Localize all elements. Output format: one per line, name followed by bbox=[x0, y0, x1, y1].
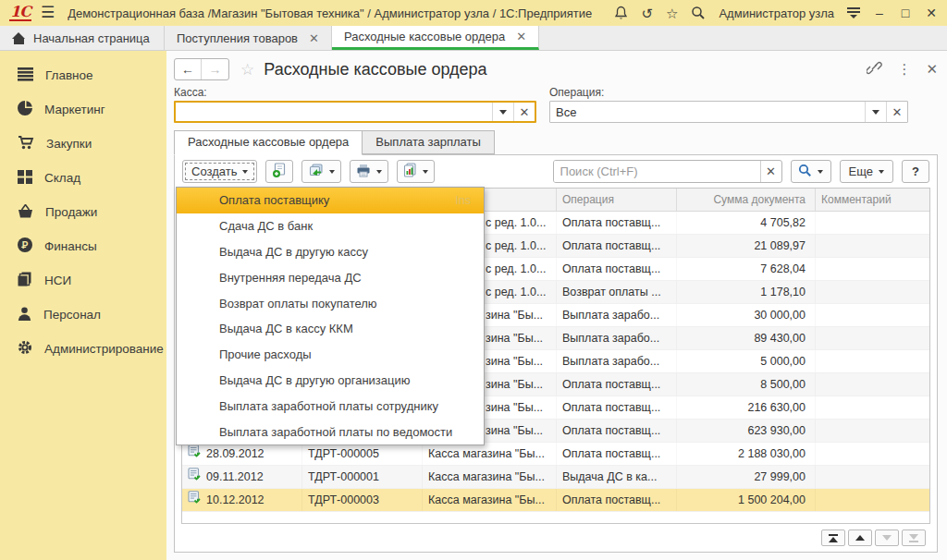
link-icon[interactable] bbox=[867, 61, 882, 78]
amount-cell: 216 630,00 bbox=[677, 396, 816, 419]
print-button[interactable] bbox=[350, 160, 388, 183]
close-tab-icon[interactable]: ✕ bbox=[309, 31, 319, 45]
table-row[interactable]: 09.11.2012ТДРТ-000001Касса магазина "Бы.… bbox=[182, 466, 929, 489]
menu-item[interactable]: Выдача ДС в другую организацию bbox=[177, 368, 484, 394]
menu-item[interactable]: Выплата заработной платы по ведомости bbox=[177, 419, 484, 444]
tab-postupleniya-tovarov[interactable]: Поступления товаров ✕ bbox=[165, 26, 332, 50]
comment-cell bbox=[816, 373, 929, 396]
tab-vyplata-zarplaty[interactable]: Выплата зарплаты bbox=[363, 130, 495, 154]
go-previous-button[interactable] bbox=[848, 530, 872, 546]
operation-cell: Оплата поставщ... bbox=[557, 396, 677, 419]
sidebar-item-personal[interactable]: Персонал bbox=[0, 298, 166, 332]
menu-item[interactable]: Выдача ДС в другую кассу bbox=[177, 239, 484, 265]
operation-label: Операция: bbox=[549, 86, 908, 99]
document-number-cell: ТДРТ-000005 bbox=[302, 443, 423, 465]
amount-cell: 89 430,00 bbox=[677, 327, 816, 349]
menu-item[interactable]: Выдача ДС в кассу ККМ bbox=[177, 316, 484, 342]
sidebar-item-prodazhi[interactable]: Продажи bbox=[0, 195, 166, 229]
kassa-input[interactable] bbox=[176, 103, 492, 121]
back-button[interactable]: ← bbox=[175, 59, 202, 79]
sidebar-item-marketing[interactable]: Маркетинг bbox=[0, 92, 166, 127]
report-button[interactable] bbox=[397, 160, 435, 183]
more-actions-icon[interactable]: ⋮ bbox=[897, 61, 911, 78]
menu-lines-icon bbox=[18, 67, 33, 84]
kassa-label: Касса: bbox=[174, 86, 536, 99]
current-user-label[interactable]: Администратор узла bbox=[719, 6, 834, 20]
menu-item[interactable]: Сдача ДС в банк bbox=[177, 213, 484, 239]
tab-rashodnye-kassovye-ordera[interactable]: Расходные кассовые ордера ✕ bbox=[332, 26, 539, 50]
operation-cell: Возврат оплаты ... bbox=[557, 281, 677, 303]
table-footer bbox=[175, 524, 937, 552]
column-header-amount[interactable]: Сумма документа bbox=[677, 189, 816, 211]
load-group-button[interactable] bbox=[301, 160, 341, 183]
sidebar-item-administrirovanie[interactable]: Администрирование bbox=[0, 332, 166, 366]
sidebar-item-glavnoe[interactable]: Главное bbox=[0, 58, 166, 92]
pie-chart-icon bbox=[18, 101, 32, 118]
menu-item[interactable]: Выплата заработной платы сотруднику bbox=[177, 393, 484, 419]
comment-cell bbox=[816, 420, 929, 442]
kassa-dropdown-icon[interactable] bbox=[492, 103, 513, 121]
form-header: ← → ☆ Расходные кассовые ордера ⋮ ✕ bbox=[174, 58, 938, 80]
basket-icon bbox=[18, 204, 33, 221]
favorite-star-icon[interactable]: ☆ bbox=[240, 60, 254, 79]
help-button[interactable]: ? bbox=[902, 160, 929, 183]
minimize-button[interactable]: – bbox=[873, 6, 886, 20]
grid-icon bbox=[18, 170, 32, 187]
sidebar-item-nsi[interactable]: НСИ bbox=[0, 263, 166, 298]
close-tab-icon[interactable]: ✕ bbox=[516, 30, 526, 43]
document-number-cell: ТДРТ-000003 bbox=[302, 489, 423, 511]
kassa-clear-icon[interactable]: ✕ bbox=[513, 103, 535, 121]
comment-cell bbox=[816, 281, 929, 303]
cart-icon bbox=[18, 136, 34, 152]
favorites-star-icon[interactable]: ☆ bbox=[666, 6, 678, 20]
documents-arrow-icon bbox=[308, 164, 324, 180]
main-menu-icon[interactable]: ☰ bbox=[41, 0, 55, 26]
operation-cell: Оплата поставщ... bbox=[557, 235, 677, 257]
operation-dropdown-icon[interactable] bbox=[865, 102, 886, 122]
operation-input[interactable] bbox=[550, 102, 865, 122]
close-window-button[interactable]: ✕ bbox=[925, 6, 938, 20]
notifications-bell-icon[interactable] bbox=[614, 6, 628, 20]
amount-cell: 30 000,00 bbox=[677, 304, 816, 326]
go-next-button[interactable] bbox=[875, 530, 899, 546]
search-input[interactable] bbox=[554, 161, 760, 182]
menu-item[interactable]: Оплата поставщикуIns bbox=[177, 188, 484, 213]
comment-cell bbox=[816, 466, 929, 488]
create-copy-button[interactable] bbox=[265, 160, 293, 183]
more-button[interactable]: Еще bbox=[840, 160, 893, 183]
search-settings-button[interactable] bbox=[791, 160, 831, 183]
operation-cell: Выплата зарабо... bbox=[557, 327, 677, 349]
maximize-button[interactable]: □ bbox=[899, 6, 912, 20]
sidebar-item-sklad[interactable]: Склад bbox=[0, 161, 166, 195]
menu-item[interactable]: Внутренняя передача ДС bbox=[177, 264, 484, 290]
service-menu-icon[interactable] bbox=[847, 7, 860, 18]
history-icon[interactable]: ↺ bbox=[641, 6, 653, 20]
forward-button[interactable]: → bbox=[202, 59, 228, 79]
gear-icon bbox=[18, 340, 32, 358]
comment-cell bbox=[816, 235, 929, 257]
global-search-icon[interactable] bbox=[691, 6, 706, 20]
column-header-comment[interactable]: Комментарий bbox=[816, 189, 929, 211]
comment-cell bbox=[816, 327, 929, 349]
close-form-icon[interactable]: ✕ bbox=[926, 61, 938, 78]
list-toolbar: Создать bbox=[175, 155, 937, 188]
operation-cell: Оплата поставщ... bbox=[557, 489, 677, 511]
menu-item[interactable]: Прочие расходы bbox=[177, 342, 484, 368]
posted-document-icon bbox=[188, 443, 202, 465]
tab-home[interactable]: Начальная страница bbox=[0, 26, 165, 50]
search-clear-icon[interactable]: ✕ bbox=[760, 161, 781, 182]
table-row[interactable]: 10.12.2012ТДРТ-000003Касса магазина "Бы.… bbox=[182, 489, 929, 512]
menu-item[interactable]: Возврат оплаты покупателю bbox=[177, 290, 484, 316]
create-button[interactable]: Создать bbox=[182, 160, 257, 183]
home-icon bbox=[12, 32, 26, 44]
create-dropdown-menu: Оплата поставщикуInsСдача ДС в банкВыдач… bbox=[176, 187, 485, 445]
go-last-button[interactable] bbox=[902, 530, 926, 546]
sidebar-item-zakupki[interactable]: Закупки bbox=[0, 127, 166, 161]
column-header-operation[interactable]: Операция bbox=[557, 189, 677, 211]
go-first-button[interactable] bbox=[821, 530, 845, 546]
operation-clear-icon[interactable]: ✕ bbox=[886, 102, 907, 122]
sidebar-item-finansy[interactable]: РФинансы bbox=[0, 229, 166, 263]
magnifier-icon bbox=[798, 164, 812, 180]
table-row[interactable]: 28.09.2012ТДРТ-000005Касса магазина "Бы.… bbox=[182, 443, 929, 466]
tab-rashodnye-ordera[interactable]: Расходные кассовые ордера bbox=[174, 130, 363, 155]
